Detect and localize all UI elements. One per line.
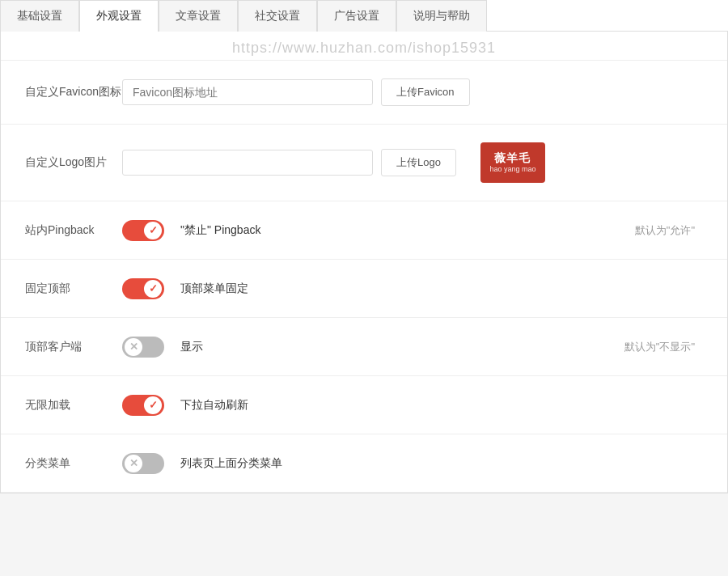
logo-input[interactable]: /wp-content/uploads/2018/09/logo-4.png [122, 150, 373, 176]
sticky-top-toggle-thumb: ✓ [144, 280, 162, 298]
logo-preview: 薇羊毛 hao yang mao [480, 142, 545, 183]
tab-ads[interactable]: 广告设置 [317, 0, 396, 32]
pingback-label: 站内Pingback [25, 223, 122, 238]
logo-cn-text: 薇羊毛 [489, 150, 535, 165]
main-content: https://www.huzhan.com/ishop15931 自定义Fav… [0, 32, 728, 493]
pingback-note: 默认为"允许" [635, 223, 703, 238]
favicon-upload-button[interactable]: 上传Favicon [381, 78, 470, 106]
favicon-input[interactable] [122, 79, 373, 105]
category-menu-toggle[interactable]: ✕ [122, 453, 164, 474]
top-customer-toggle-desc: 显示 [180, 340, 203, 354]
pingback-toggle-track[interactable]: ✓ [122, 220, 164, 241]
category-menu-toggle-thumb: ✕ [125, 455, 142, 472]
tab-basic[interactable]: 基础设置 [0, 0, 79, 32]
infinite-load-toggle-track[interactable]: ✓ [122, 395, 164, 416]
sticky-top-toggle-track[interactable]: ✓ [122, 278, 164, 299]
infinite-load-toggle-desc: 下拉自动刷新 [180, 398, 248, 413]
logo-en-text: hao yang mao [489, 165, 535, 175]
top-customer-toggle-thumb: ✕ [125, 338, 142, 356]
pingback-toggle-desc: "禁止" Pingback [180, 223, 260, 238]
category-menu-row: 分类菜单 ✕ 列表页上面分类菜单 [1, 434, 727, 493]
tab-appearance[interactable]: 外观设置 [79, 0, 159, 32]
infinite-load-toggle-thumb: ✓ [144, 396, 162, 414]
watermark-text: https://www.huzhan.com/ishop15931 [1, 32, 727, 61]
pingback-toggle[interactable]: ✓ [122, 220, 164, 241]
category-menu-control: ✕ 列表页上面分类菜单 [122, 453, 703, 474]
logo-upload-button[interactable]: 上传Logo [381, 149, 456, 176]
favicon-label: 自定义Favicon图标 [25, 85, 122, 100]
sticky-top-toggle-desc: 顶部菜单固定 [180, 282, 248, 296]
infinite-load-label: 无限加载 [25, 398, 122, 413]
top-customer-note: 默认为"不显示" [624, 340, 703, 354]
sticky-top-row: 固定顶部 ✓ 顶部菜单固定 [1, 260, 727, 318]
top-customer-control: ✕ 显示 [122, 337, 624, 358]
tab-article[interactable]: 文章设置 [159, 0, 238, 32]
infinite-load-control: ✓ 下拉自动刷新 [122, 395, 703, 416]
sticky-top-label: 固定顶部 [25, 282, 122, 296]
x-icon: ✕ [129, 341, 138, 353]
infinite-load-toggle[interactable]: ✓ [122, 395, 164, 416]
top-customer-label: 顶部客户端 [25, 340, 122, 354]
pingback-row: 站内Pingback ✓ "禁止" Pingback 默认为"允许" [1, 201, 727, 260]
logo-label: 自定义Logo图片 [25, 155, 122, 170]
logo-preview-inner: 薇羊毛 hao yang mao [489, 150, 535, 175]
tab-help[interactable]: 说明与帮助 [396, 0, 487, 32]
tabs-bar: 基础设置 外观设置 文章设置 社交设置 广告设置 说明与帮助 [0, 0, 728, 32]
category-menu-label: 分类菜单 [25, 456, 122, 471]
logo-row: 自定义Logo图片 /wp-content/uploads/2018/09/lo… [1, 125, 727, 201]
check-icon: ✓ [149, 282, 158, 294]
check-icon: ✓ [149, 224, 158, 236]
sticky-top-control: ✓ 顶部菜单固定 [122, 278, 703, 299]
tab-social[interactable]: 社交设置 [238, 0, 317, 32]
top-customer-row: 顶部客户端 ✕ 显示 默认为"不显示" [1, 318, 727, 376]
category-menu-toggle-desc: 列表页上面分类菜单 [180, 456, 282, 471]
category-menu-toggle-track[interactable]: ✕ [122, 453, 164, 474]
infinite-load-row: 无限加载 ✓ 下拉自动刷新 [1, 376, 727, 434]
pingback-toggle-thumb: ✓ [144, 222, 162, 239]
sticky-top-toggle[interactable]: ✓ [122, 278, 164, 299]
favicon-row: 自定义Favicon图标 上传Favicon [1, 61, 727, 125]
check-icon: ✓ [149, 399, 158, 411]
pingback-control: ✓ "禁止" Pingback [122, 220, 635, 241]
top-customer-toggle[interactable]: ✕ [122, 337, 164, 358]
x-icon: ✕ [129, 457, 138, 469]
top-customer-toggle-track[interactable]: ✕ [122, 337, 164, 358]
logo-control: /wp-content/uploads/2018/09/logo-4.png 上… [122, 142, 703, 183]
favicon-control: 上传Favicon [122, 78, 703, 106]
